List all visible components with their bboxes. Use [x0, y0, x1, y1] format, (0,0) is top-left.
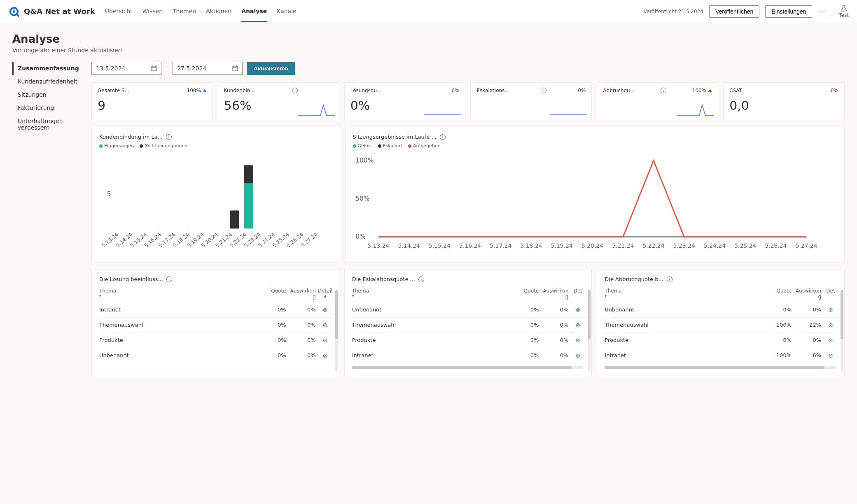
info-icon[interactable]: i — [541, 88, 546, 93]
svg-text:5.14.24: 5.14.24 — [398, 242, 420, 249]
cell-auswirkung: 0% — [792, 337, 821, 344]
panel-title: Kundenbindung im La... — [99, 134, 163, 140]
info-icon[interactable]: i — [661, 88, 666, 93]
col-detail[interactable]: Det — [821, 288, 840, 300]
link-icon[interactable]: ⊘ — [828, 307, 833, 313]
cell-auswirkung: 0% — [539, 352, 568, 359]
v-scrollbar[interactable] — [588, 290, 591, 372]
sidenav-item[interactable]: Fakturierung — [12, 101, 82, 114]
cell-thema: Produkte — [605, 337, 770, 344]
cell-quote: 100% — [770, 322, 792, 328]
sparkline — [424, 102, 461, 117]
info-icon[interactable]: i — [292, 88, 298, 93]
info-icon[interactable]: i — [418, 276, 424, 282]
link-icon[interactable]: ⊘ — [828, 352, 833, 359]
link-icon[interactable]: ⊘ — [575, 307, 580, 313]
col-thema[interactable]: Thema▾ — [605, 288, 770, 300]
published-label: Veröffentlicht 21.5.2024 — [644, 9, 703, 14]
svg-rect-13 — [230, 211, 239, 229]
v-scrollbar[interactable] — [841, 290, 843, 372]
kpi-pct: 0% — [451, 88, 459, 93]
kpi-card[interactable]: Lösungsquote0% 0% — [344, 82, 466, 120]
cell-quote: 0% — [770, 307, 792, 313]
link-icon[interactable]: ⊘ — [323, 337, 328, 344]
date-from-input[interactable]: 13.5.2024 — [91, 62, 161, 75]
link-icon[interactable]: ⊘ — [575, 322, 580, 328]
date-to-input[interactable]: 27.5.2024 — [173, 62, 243, 75]
table-row[interactable]: Unbenannt 0% 0% ⊘ — [99, 348, 335, 363]
col-auswirkung[interactable]: Auswirkun g — [286, 288, 316, 300]
cell-thema: Intranet — [352, 352, 518, 359]
table-row[interactable]: Intranet 0% 0% ⊘ — [352, 348, 588, 363]
table-row[interactable]: Intranet 0% 0% ⊘ — [99, 302, 335, 317]
nav-item-analyse[interactable]: Analyse — [241, 1, 267, 22]
link-icon[interactable]: ⊘ — [323, 352, 328, 359]
app-name: Q&A Net at Work — [24, 7, 95, 16]
col-detail[interactable]: Det — [568, 288, 587, 300]
cell-thema: Themenauswahl — [605, 322, 770, 328]
update-button[interactable]: Aktualisieren — [247, 62, 295, 75]
kpi-title: Abbruchqu... — [603, 88, 635, 93]
panel-title: Die Lösung beeinfluss... — [99, 276, 163, 282]
h-scrollbar[interactable] — [352, 366, 584, 369]
svg-rect-6 — [233, 66, 238, 71]
col-quote[interactable]: Quote — [770, 288, 792, 300]
col-thema[interactable]: Thema▾ — [99, 288, 265, 300]
info-icon[interactable]: i — [440, 134, 446, 140]
table-row[interactable]: Produkte 0% 0% ⊘ — [99, 332, 335, 348]
kpi-card[interactable]: Kundenbindung...i 56% — [218, 82, 339, 120]
link-icon[interactable]: ⊘ — [828, 337, 833, 344]
table-row[interactable]: Unbenannt 0% 0% ⊘ — [352, 302, 588, 317]
link-icon[interactable]: ⊘ — [575, 337, 580, 344]
v-scrollbar[interactable] — [335, 290, 338, 372]
cell-auswirkung: 6% — [792, 352, 821, 359]
col-auswirkung[interactable]: Auswirkun g — [539, 288, 568, 300]
kpi-card[interactable]: Abbruchqu...i100% — [597, 82, 718, 120]
table-row[interactable]: Produkte 0% 0% ⊘ — [352, 332, 588, 348]
table-row[interactable]: Produkte 0% 0% ⊘ — [605, 332, 840, 348]
engagement-legend: EingegangenNicht eingegangen — [99, 143, 332, 149]
col-quote[interactable]: Quote — [517, 288, 539, 300]
sidenav-item[interactable]: Zusammenfassung — [12, 62, 82, 75]
link-icon[interactable]: ⊘ — [323, 307, 328, 313]
table-row[interactable]: Intranet 100% 6% ⊘ — [605, 348, 840, 363]
link-icon[interactable]: ⊘ — [323, 322, 328, 328]
kpi-card[interactable]: Gesamte Sitz...100% 9 — [91, 82, 213, 120]
svg-rect-2 — [152, 66, 156, 71]
cell-quote: 0% — [265, 322, 286, 328]
table-row[interactable]: Themenauswahl 0% 0% ⊘ — [352, 317, 588, 332]
nav-item-kanäle[interactable]: Kanäle — [277, 1, 296, 22]
h-scrollbar[interactable] — [605, 366, 836, 369]
table-row[interactable]: Themenauswahl 100% 22% ⊘ — [605, 317, 840, 332]
kpi-pct: 100% — [187, 88, 207, 93]
col-thema[interactable]: Thema▾ — [352, 288, 518, 300]
cell-auswirkung: 0% — [286, 307, 316, 313]
info-icon[interactable]: i — [667, 276, 673, 282]
nav-item-übersicht[interactable]: Übersicht — [105, 1, 133, 22]
info-icon[interactable]: i — [166, 134, 172, 140]
link-icon[interactable]: ⊘ — [575, 352, 580, 359]
table-row[interactable]: Themenauswahl 0% 0% ⊘ — [99, 317, 335, 332]
table-panel-escalation: Die Eskalationsquote ... i Thema▾ Quote … — [344, 269, 592, 376]
sidenav-item[interactable]: Unterhaltungen verbessern — [12, 114, 82, 134]
svg-text:5.27.24: 5.27.24 — [795, 242, 817, 249]
sidenav-item[interactable]: Sitzungen — [12, 88, 82, 101]
nav-item-aktionen[interactable]: Aktionen — [206, 1, 231, 22]
test-button[interactable]: Test — [839, 5, 849, 18]
table-row[interactable]: Unbenannt 0% 0% ⊘ — [605, 302, 840, 317]
col-quote[interactable]: Quote — [265, 288, 286, 300]
cell-thema: Unbenannt — [99, 352, 265, 359]
kpi-card[interactable]: Eskalationsq...i0% — [470, 82, 592, 120]
col-auswirkung[interactable]: Auswirkun g — [792, 288, 821, 300]
link-icon[interactable]: ⊘ — [828, 322, 833, 328]
sidenav-item[interactable]: Kundenzufriedenheit — [12, 75, 82, 88]
nav-item-wissen[interactable]: Wissen — [142, 1, 163, 22]
nav-item-themen[interactable]: Themen — [173, 1, 196, 22]
kpi-card[interactable]: CSAT0% 0,0 — [723, 82, 845, 120]
publish-button[interactable]: Veröffentlichen — [709, 5, 759, 18]
kpi-title: Eskalationsq... — [476, 88, 509, 93]
info-icon[interactable]: i — [166, 276, 172, 282]
settings-button[interactable]: Einstellungen — [765, 5, 812, 18]
more-icon[interactable]: ⋯ — [818, 7, 827, 16]
col-detail[interactable]: Detail▲ — [316, 288, 335, 300]
